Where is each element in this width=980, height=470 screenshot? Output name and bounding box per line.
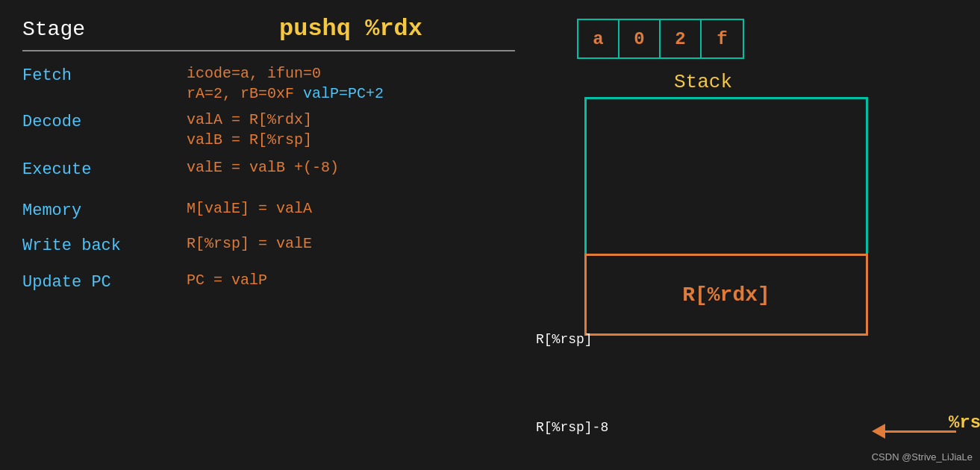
arrow-head xyxy=(872,424,885,439)
main-container: Stage pushq %rdx Fetch icode=a, ifun=0 r… xyxy=(0,0,980,470)
writeback-line-1: R[%rsp] = valE xyxy=(187,235,312,252)
byte-3: f xyxy=(702,20,743,57)
watermark: CSDN @Strive_LiJiaLe xyxy=(872,451,973,463)
fetch-valp: valP=PC+2 xyxy=(303,85,384,102)
decode-line-1: valA = R[%rdx] xyxy=(187,111,312,128)
memory-label: Memory xyxy=(22,200,187,220)
writeback-label: Write back xyxy=(22,235,187,255)
fetch-label: Fetch xyxy=(22,65,187,85)
execute-content: valE = valB +(-8) xyxy=(187,159,339,176)
decode-valb: valB = R[%rsp] xyxy=(187,131,312,148)
arrow-line xyxy=(885,430,956,433)
right-panel: a 0 2 f Stack R[%rdx] R[%rsp] R[%rsp]-8 … xyxy=(540,11,958,455)
decode-line-2: valB = R[%rsp] xyxy=(187,131,312,148)
byte-2: 2 xyxy=(661,20,702,57)
instruction-title: pushq %rdx xyxy=(187,15,515,43)
fetch-line-2: rA=2, rB=0xF valP=PC+2 xyxy=(187,85,384,102)
rdx-box: R[%rdx] xyxy=(584,254,868,336)
updatepc-op: PC = valP xyxy=(187,272,267,289)
stage-column-header: Stage xyxy=(22,18,187,41)
stack-label: Stack xyxy=(674,71,732,93)
execute-vale: valE = valB +(-8) xyxy=(187,159,339,176)
header-row: Stage pushq %rdx xyxy=(22,15,515,51)
writeback-op: R[%rsp] = valE xyxy=(187,235,312,252)
execute-label: Execute xyxy=(22,159,187,179)
updatepc-line-1: PC = valP xyxy=(187,272,267,289)
fetch-content: icode=a, ifun=0 rA=2, rB=0xF valP=PC+2 xyxy=(187,65,384,102)
memory-line-1: M[valE] = valA xyxy=(187,200,312,217)
memory-op: M[valE] = valA xyxy=(187,200,312,217)
rsp-top-label: R[%rsp] xyxy=(536,332,593,347)
byte-1: 0 xyxy=(619,20,661,57)
execute-line-1: valE = valB +(-8) xyxy=(187,159,339,176)
rsp-bottom-label: R[%rsp]-8 xyxy=(536,420,608,435)
writeback-content: R[%rsp] = valE xyxy=(187,235,312,252)
updatepc-content: PC = valP xyxy=(187,272,267,289)
decode-label: Decode xyxy=(22,111,187,131)
fetch-ra-rb: rA=2, rB=0xF xyxy=(187,85,294,102)
updatepc-label: Update PC xyxy=(22,272,187,292)
decode-vala: valA = R[%rdx] xyxy=(187,111,312,128)
fetch-line-1: icode=a, ifun=0 xyxy=(187,65,384,82)
fetch-icode: icode=a, ifun=0 xyxy=(187,65,321,82)
byte-0: a xyxy=(578,20,619,57)
rsp-arrow-label: %rsp xyxy=(949,413,980,433)
instruction-bytes: a 0 2 f xyxy=(577,19,744,59)
memory-content: M[valE] = valA xyxy=(187,200,312,217)
arrow-container xyxy=(872,424,956,439)
decode-content: valA = R[%rdx] valB = R[%rsp] xyxy=(187,111,312,148)
rdx-label: R[%rdx] xyxy=(682,283,770,307)
